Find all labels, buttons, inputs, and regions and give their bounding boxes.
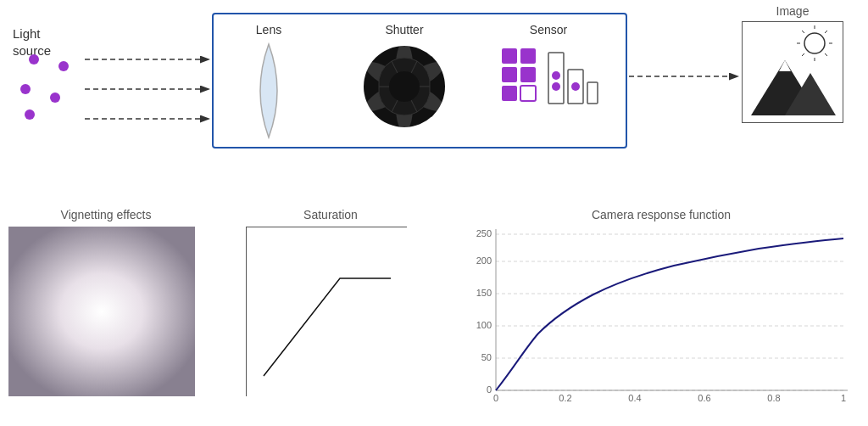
saturation-section: Saturation xyxy=(246,208,415,396)
svg-text:100: 100 xyxy=(476,320,492,330)
saturation-title: Saturation xyxy=(246,208,415,221)
sensor-icon xyxy=(498,40,599,129)
camera-box: Lens Shutter xyxy=(212,13,627,149)
lens-group: Lens xyxy=(239,23,298,142)
vignetting-title: Vignetting effects xyxy=(8,208,203,221)
svg-rect-26 xyxy=(587,82,598,104)
svg-point-1 xyxy=(58,61,69,71)
lens-icon xyxy=(248,40,290,142)
svg-text:1: 1 xyxy=(841,393,846,403)
svg-text:200: 200 xyxy=(476,255,492,266)
mountain-image xyxy=(743,22,843,123)
image-box xyxy=(742,21,843,123)
svg-text:0.8: 0.8 xyxy=(767,393,780,403)
crf-section: Camera response function 0 50 100 150 20… xyxy=(462,208,860,395)
svg-text:0.6: 0.6 xyxy=(698,393,710,403)
photon-dots xyxy=(8,51,93,127)
svg-rect-22 xyxy=(520,67,536,82)
svg-rect-18 xyxy=(502,48,517,64)
crf-title: Camera response function xyxy=(462,208,860,221)
svg-rect-45 xyxy=(8,227,195,396)
sensor-label: Sensor xyxy=(493,23,604,36)
svg-point-29 xyxy=(571,82,580,91)
svg-rect-21 xyxy=(520,48,536,64)
svg-point-0 xyxy=(29,54,39,64)
crf-chart: 0 50 100 150 200 250 0 0.2 0.4 0.6 0.8 1 xyxy=(462,225,852,395)
svg-rect-20 xyxy=(502,86,517,101)
svg-rect-19 xyxy=(502,67,517,82)
svg-point-27 xyxy=(552,82,560,91)
vignetting-image xyxy=(8,227,195,396)
vignetting-section: Vignetting effects xyxy=(8,208,203,396)
svg-point-3 xyxy=(50,92,60,103)
svg-rect-46 xyxy=(247,227,408,397)
svg-point-28 xyxy=(552,71,560,80)
crf-visual: 0 50 100 150 200 250 0 0.2 0.4 0.6 0.8 1 xyxy=(462,225,852,403)
svg-point-2 xyxy=(20,84,31,94)
shutter-group: Shutter xyxy=(358,23,451,142)
svg-text:0: 0 xyxy=(493,393,498,403)
vignetting-visual xyxy=(8,227,195,396)
shutter-icon xyxy=(362,40,447,133)
svg-point-17 xyxy=(389,71,420,102)
saturation-visual xyxy=(247,227,408,397)
svg-rect-23 xyxy=(520,86,536,101)
arrow-out xyxy=(629,64,748,89)
svg-text:0.2: 0.2 xyxy=(559,393,571,403)
shutter-label: Shutter xyxy=(358,23,451,36)
image-label: Image xyxy=(742,4,843,18)
lens-label: Lens xyxy=(239,23,298,36)
svg-text:250: 250 xyxy=(476,228,492,238)
svg-text:0.4: 0.4 xyxy=(628,393,641,403)
svg-point-4 xyxy=(25,109,35,120)
arrows-into-box xyxy=(85,42,220,144)
saturation-chart xyxy=(246,227,407,396)
svg-text:0: 0 xyxy=(487,384,492,395)
svg-text:50: 50 xyxy=(481,352,492,362)
sensor-group: Sensor xyxy=(493,23,604,142)
svg-text:150: 150 xyxy=(476,288,492,298)
